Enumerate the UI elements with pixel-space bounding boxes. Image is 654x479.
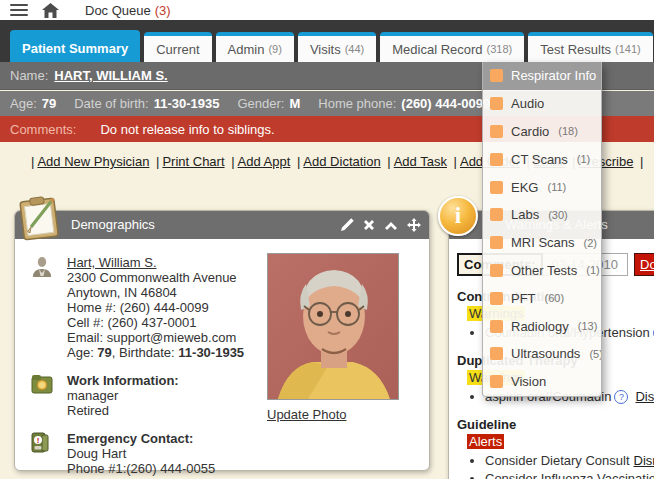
do-not-release-badge[interactable]: Do not release info to siblings. [634, 253, 654, 276]
gender-label: Gender: [237, 96, 284, 111]
orange-square-icon [490, 208, 503, 221]
dropdown-item-ct-scans[interactable]: CT Scans (1) [483, 145, 601, 173]
dropdown-item-vision[interactable]: Vision [483, 368, 601, 396]
link-print-chart[interactable]: Print Chart [153, 154, 225, 169]
alert-item: Consider Dietary ConsultDismiss [485, 453, 654, 468]
orange-square-icon [490, 236, 503, 249]
update-photo-link[interactable]: Update Photo [267, 407, 347, 422]
age-label: Age: [10, 96, 37, 111]
orange-square-icon [490, 125, 503, 138]
link-add-dictation[interactable]: Add Dictation [294, 154, 381, 169]
work-line2: Retired [67, 403, 109, 418]
dropdown-item-label: Cardio [511, 124, 549, 139]
dismiss-link[interactable]: Dismiss [635, 389, 654, 404]
doc-queue-label: Doc Queue [85, 3, 151, 18]
tab-strip: Patient Summary Current Admin (9) Visits… [0, 20, 654, 62]
address-line2: Anytown, IN 46804 [67, 285, 177, 300]
tab-count: (44) [345, 43, 365, 55]
dropdown-item-labs[interactable]: Labs (30) [483, 201, 601, 229]
tab-count: (141) [615, 43, 641, 55]
dropdown-item-label: Ultrasounds [511, 346, 580, 361]
close-icon[interactable] [363, 219, 375, 231]
home-phone-value: (260) 444-0099 [401, 96, 490, 111]
collapse-icon[interactable] [384, 220, 398, 230]
orange-square-icon [490, 153, 503, 166]
orange-square-icon [490, 97, 503, 110]
gender-value: M [289, 96, 300, 111]
clipboard-icon [15, 195, 63, 244]
dropdown-item-label: Respirator Info [511, 68, 596, 83]
doc-queue-link[interactable]: Doc Queue (3) [85, 3, 171, 18]
dropdown-item-respirator-info[interactable]: Respirator Info [483, 62, 601, 90]
tab-current[interactable]: Current [144, 32, 211, 62]
alerts-tag: Alerts [467, 434, 504, 449]
dropdown-item-label: EKG [511, 180, 538, 195]
dropdown-item-label: PFT [511, 291, 536, 306]
orange-square-icon [490, 264, 503, 277]
dropdown-item-count: (5) [589, 348, 601, 360]
tab-label: Test Results [540, 42, 611, 57]
dob-value: 11-30-1935 [154, 96, 220, 111]
dropdown-item-count: (1) [577, 153, 590, 165]
alert-item: Consider Influenza VaccinationDismiss [485, 471, 654, 479]
tab-patient-summary[interactable]: Patient Summary [10, 30, 140, 62]
dropdown-item-audio[interactable]: Audio [483, 90, 601, 118]
emergency-name: Doug Hart [67, 446, 126, 461]
patient-name-link[interactable]: HART, WILLIAM S. [54, 68, 167, 83]
tab-count: (318) [487, 43, 513, 55]
guideline-section: Guideline Alerts Consider Dietary Consul… [457, 417, 654, 479]
age-birthdate-line: Age: 79, Birthdate: 11-30-1935 [67, 345, 244, 360]
tab-label: Visits [310, 42, 341, 57]
dropdown-item-pft[interactable]: PFT (60) [483, 284, 601, 312]
link-add-appt[interactable]: Add Appt [228, 154, 290, 169]
dropdown-item-count: (60) [545, 292, 565, 304]
info-icon: i [438, 196, 478, 236]
address-line1: 2300 Commonwealth Avenue [67, 270, 237, 285]
demographics-panel: Demographics Hart, William S. 2300 Commo… [14, 210, 430, 471]
orange-square-icon [490, 320, 503, 333]
home-phone-label: Home phone: [318, 96, 396, 111]
dropdown-item-label: Other Tests [511, 263, 577, 278]
orange-square-icon [490, 69, 503, 82]
tab-count: (9) [268, 43, 281, 55]
emergency-contact-row: ! Emergency Contact: Doug Hart Phone #1:… [31, 431, 429, 476]
tab-admin[interactable]: Admin (9) [216, 32, 294, 62]
doc-queue-count: (3) [155, 3, 171, 18]
demographics-header[interactable]: Demographics [15, 211, 429, 239]
alert-text: Consider Influenza Vaccination [485, 471, 654, 479]
dismiss-link[interactable]: Dismiss [634, 453, 654, 468]
comments-label: Comments: [10, 122, 76, 137]
patient-photo [267, 253, 399, 400]
orange-square-icon [490, 181, 503, 194]
dropdown-item-ultrasounds[interactable]: Ultrasounds (5) [483, 340, 601, 368]
tab-label: Admin [228, 42, 265, 57]
dropdown-item-ekg[interactable]: EKG (11) [483, 173, 601, 201]
help-question-icon[interactable]: ? [614, 390, 628, 404]
tab-label: Current [156, 42, 199, 57]
move-icon[interactable] [407, 218, 421, 232]
dropdown-item-label: Labs [511, 207, 539, 222]
tab-test-results[interactable]: Test Results (141) [528, 32, 653, 62]
work-folder-icon [31, 373, 57, 418]
age-value: 79 [42, 96, 56, 111]
tab-medical-record[interactable]: Medical Record (318) [380, 32, 524, 62]
dob-label: Date of birth: [74, 96, 148, 111]
hamburger-menu-icon[interactable] [10, 4, 28, 17]
home-phone-line: Home #: (260) 444-0099 [67, 300, 209, 315]
link-add-task[interactable]: Add Task [384, 154, 447, 169]
alert-text: Consider Dietary Consult [485, 453, 630, 468]
dropdown-item-radiology[interactable]: Radiology (13) [483, 312, 601, 340]
dropdown-item-mri-scans[interactable]: MRI Scans (2) [483, 229, 601, 257]
home-icon[interactable] [42, 3, 59, 18]
dropdown-item-count: (30) [548, 209, 568, 221]
dropdown-item-other-tests[interactable]: Other Tests (1) [483, 257, 601, 285]
tab-label: Patient Summary [22, 41, 128, 56]
dropdown-item-label: Radiology [511, 319, 569, 334]
cell-phone-line: Cell #: (260) 437-0001 [67, 315, 196, 330]
dropdown-item-cardio[interactable]: Cardio (18) [483, 118, 601, 146]
svg-text:!: ! [37, 436, 40, 445]
edit-icon[interactable] [340, 218, 354, 232]
tab-visits[interactable]: Visits (44) [298, 32, 376, 62]
demographics-name-link[interactable]: Hart, William S. [67, 255, 157, 270]
link-add-new-physician[interactable]: Add New Physician [28, 154, 149, 169]
